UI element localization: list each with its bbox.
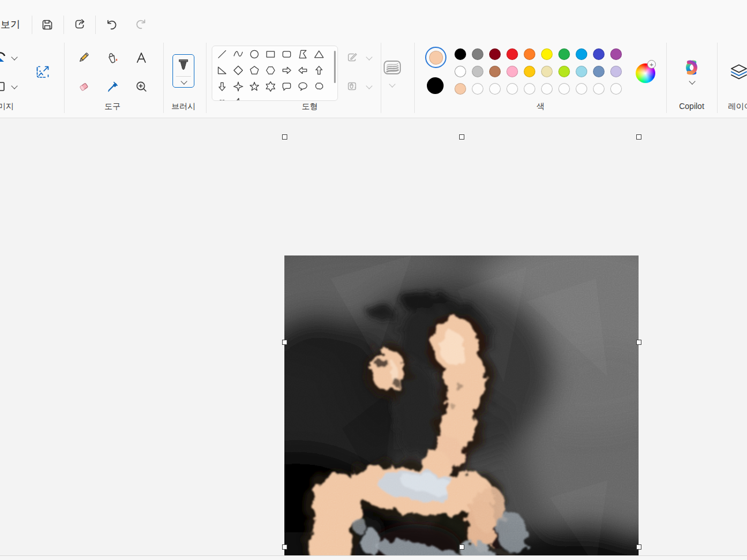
selection-button[interactable] bbox=[0, 51, 8, 65]
selection-handle-top-center[interactable] bbox=[459, 134, 464, 140]
divider bbox=[176, 76, 191, 77]
palette-swatch[interactable] bbox=[558, 66, 570, 77]
shapes-scrollbar[interactable] bbox=[334, 51, 336, 83]
rotate-dropdown[interactable] bbox=[10, 84, 18, 92]
rotate-button[interactable] bbox=[0, 80, 8, 93]
redo-button[interactable] bbox=[133, 16, 149, 32]
layers-button[interactable] bbox=[729, 62, 747, 82]
shape-oval-icon[interactable] bbox=[249, 48, 260, 60]
color-picker-tool[interactable] bbox=[104, 78, 121, 95]
text-tool[interactable] bbox=[133, 50, 149, 66]
palette-swatch[interactable] bbox=[472, 48, 483, 60]
palette-slot-empty[interactable] bbox=[610, 83, 622, 95]
brush-dropdown[interactable] bbox=[180, 79, 188, 87]
shape-polygon-icon[interactable] bbox=[297, 48, 309, 60]
shape-callout-rounded-icon[interactable] bbox=[281, 81, 292, 92]
palette-slot-empty[interactable] bbox=[558, 83, 570, 95]
palette-slot-empty[interactable] bbox=[506, 83, 518, 95]
selection-handle-bottom-center[interactable] bbox=[459, 544, 464, 550]
palette-swatch[interactable] bbox=[558, 48, 570, 60]
separator bbox=[381, 43, 381, 113]
palette-swatch[interactable] bbox=[455, 83, 466, 95]
shape-arrow-left-icon[interactable] bbox=[297, 65, 309, 76]
shape-hexagon-icon[interactable] bbox=[265, 65, 276, 76]
shape-line-icon[interactable] bbox=[216, 48, 228, 60]
palette-swatch[interactable] bbox=[506, 48, 518, 60]
shape-triangle-icon[interactable] bbox=[313, 48, 325, 60]
selection-dropdown[interactable] bbox=[10, 55, 18, 63]
fill-tool[interactable] bbox=[104, 50, 121, 66]
share-icon bbox=[73, 17, 87, 31]
shape-curve-icon[interactable] bbox=[232, 48, 244, 60]
magnifier-tool[interactable] bbox=[133, 78, 149, 95]
palette-slot-empty[interactable] bbox=[524, 83, 535, 95]
shape-arrow-right-icon[interactable] bbox=[281, 65, 292, 76]
drawing-canvas[interactable] bbox=[284, 255, 639, 560]
shape-rectangle-icon[interactable] bbox=[265, 48, 276, 60]
palette-swatch[interactable] bbox=[472, 66, 483, 77]
brush-button-selected[interactable] bbox=[172, 54, 194, 88]
palette-swatch[interactable] bbox=[524, 66, 535, 77]
selection-handle-top-left[interactable] bbox=[282, 134, 287, 140]
shape-rounded-rectangle-icon[interactable] bbox=[281, 48, 292, 60]
menu-view[interactable]: 보기 bbox=[1, 18, 20, 31]
selection-handle-bottom-left[interactable] bbox=[282, 544, 287, 550]
selection-handle-top-right[interactable] bbox=[636, 134, 641, 140]
palette-swatch[interactable] bbox=[541, 66, 553, 77]
painting bbox=[284, 255, 639, 560]
selection-handle-mid-left[interactable] bbox=[282, 340, 287, 345]
shape-star-6-icon[interactable] bbox=[265, 81, 276, 92]
shape-outline-dropdown[interactable] bbox=[365, 55, 373, 63]
tools-group-label: 도구 bbox=[95, 102, 130, 112]
shape-heart-icon[interactable] bbox=[216, 97, 228, 101]
selection-handle-bottom-right[interactable] bbox=[636, 544, 641, 550]
shape-diamond-icon[interactable] bbox=[232, 65, 244, 76]
shape-lightning-icon[interactable] bbox=[232, 97, 244, 101]
shape-fill-dropdown[interactable] bbox=[365, 84, 373, 92]
shape-right-triangle-icon[interactable] bbox=[216, 65, 228, 76]
eraser-tool[interactable] bbox=[76, 78, 92, 95]
shape-star-5-icon[interactable] bbox=[249, 81, 260, 92]
shape-pentagon-icon[interactable] bbox=[249, 65, 260, 76]
palette-slot-empty[interactable] bbox=[541, 83, 553, 95]
color1-swatch[interactable] bbox=[425, 47, 446, 68]
palette-slot-empty[interactable] bbox=[593, 83, 605, 95]
brush-icon bbox=[177, 58, 190, 73]
shape-callout-cloud-icon[interactable] bbox=[313, 81, 325, 92]
palette-swatch[interactable] bbox=[576, 66, 587, 77]
stroke-size-button[interactable] bbox=[382, 58, 403, 77]
palette-swatch[interactable] bbox=[610, 66, 622, 77]
stroke-size-dropdown[interactable] bbox=[388, 82, 396, 90]
palette-swatch[interactable] bbox=[455, 66, 466, 77]
shape-arrow-up-icon[interactable] bbox=[313, 65, 325, 76]
copilot-button[interactable] bbox=[681, 57, 702, 78]
save-button[interactable] bbox=[39, 17, 55, 33]
copilot-dropdown[interactable] bbox=[688, 79, 696, 87]
selection-handle-mid-right[interactable] bbox=[636, 340, 641, 345]
palette-swatch[interactable] bbox=[610, 48, 622, 60]
palette-swatch[interactable] bbox=[506, 66, 518, 77]
palette-swatch[interactable] bbox=[524, 48, 535, 60]
shape-outline-button[interactable] bbox=[344, 51, 361, 65]
palette-swatch[interactable] bbox=[593, 66, 605, 77]
shape-fill-button[interactable] bbox=[344, 80, 361, 93]
undo-button[interactable] bbox=[104, 17, 120, 33]
palette-swatch[interactable] bbox=[576, 48, 587, 60]
palette-swatch[interactable] bbox=[455, 48, 466, 60]
shapes-gallery bbox=[212, 46, 338, 101]
pencil-tool[interactable] bbox=[76, 50, 92, 66]
palette-swatch[interactable] bbox=[489, 48, 501, 60]
palette-slot-empty[interactable] bbox=[489, 83, 501, 95]
shape-arrow-down-icon[interactable] bbox=[216, 81, 228, 92]
shape-callout-oval-icon[interactable] bbox=[297, 81, 309, 92]
status-bar bbox=[0, 555, 747, 560]
palette-swatch[interactable] bbox=[593, 48, 605, 60]
palette-slot-empty[interactable] bbox=[472, 83, 483, 95]
palette-swatch[interactable] bbox=[489, 66, 501, 77]
shape-star-4-icon[interactable] bbox=[232, 81, 244, 92]
share-button[interactable] bbox=[72, 16, 88, 32]
palette-slot-empty[interactable] bbox=[576, 83, 587, 95]
resize-button[interactable] bbox=[34, 63, 51, 81]
color2-swatch[interactable] bbox=[427, 77, 444, 94]
palette-swatch[interactable] bbox=[541, 48, 553, 60]
